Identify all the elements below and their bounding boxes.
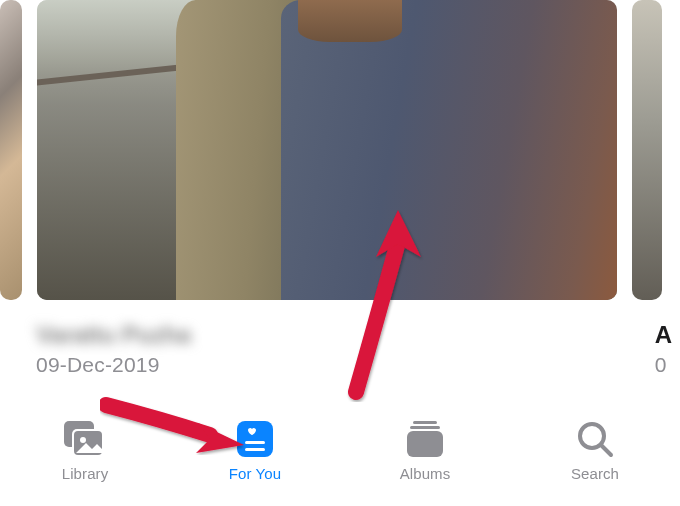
svg-rect-5 xyxy=(245,441,265,444)
library-icon xyxy=(62,418,108,460)
tab-library[interactable]: Library xyxy=(15,418,155,482)
memory-card-main[interactable] xyxy=(37,0,617,300)
tab-search[interactable]: Search xyxy=(525,418,665,482)
memory-caption: Varattu Puzha 09-Dec-2019 A 0 xyxy=(0,305,680,377)
albums-icon xyxy=(404,418,446,460)
memory-title-next: A xyxy=(655,321,672,349)
svg-rect-4 xyxy=(237,421,273,457)
svg-point-3 xyxy=(80,437,86,443)
for-you-icon xyxy=(234,418,276,460)
memory-title: Varattu Puzha xyxy=(36,321,680,349)
svg-rect-7 xyxy=(413,421,437,424)
tab-label: For You xyxy=(229,465,281,482)
tab-label: Search xyxy=(571,465,619,482)
memory-date-next: 0 xyxy=(655,353,672,377)
tab-for-you[interactable]: For You xyxy=(185,418,325,482)
tab-albums[interactable]: Albums xyxy=(355,418,495,482)
bottom-tabbar: Library For You Albums xyxy=(0,406,680,506)
tab-label: Albums xyxy=(400,465,451,482)
memory-caption-next: A 0 xyxy=(655,321,672,377)
memory-date: 09-Dec-2019 xyxy=(36,353,680,377)
memory-card-partial-right[interactable] xyxy=(632,0,662,300)
svg-rect-6 xyxy=(245,448,265,451)
svg-rect-9 xyxy=(407,431,443,457)
svg-line-11 xyxy=(601,445,611,455)
tab-label: Library xyxy=(62,465,109,482)
svg-rect-8 xyxy=(410,426,440,429)
memories-carousel[interactable] xyxy=(0,0,680,305)
memory-card-partial-left[interactable] xyxy=(0,0,22,300)
search-icon xyxy=(574,418,616,460)
